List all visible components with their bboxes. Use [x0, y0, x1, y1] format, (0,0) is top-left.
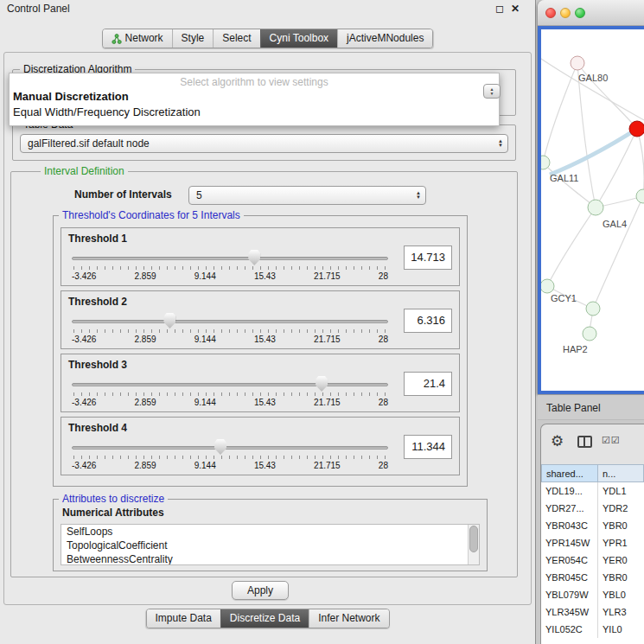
network-node[interactable] [583, 327, 596, 341]
slider-tickmarks [73, 266, 386, 270]
cell[interactable]: YPR1 [598, 534, 644, 552]
selected-node[interactable] [629, 121, 644, 137]
network-node[interactable] [571, 56, 584, 70]
threshold-3-slider[interactable]: -3.426 2.859 9.144 15.43 21.715 28 [72, 375, 388, 410]
slider-handle[interactable] [163, 313, 175, 328]
select-columns-icon[interactable]: ☑☑ [602, 435, 621, 446]
network-node[interactable] [541, 156, 550, 169]
table-row[interactable]: YDR27...YDR2 [541, 500, 644, 517]
network-node[interactable] [586, 302, 600, 316]
cell[interactable]: YDR27... [541, 500, 598, 517]
gear-icon[interactable]: ⚙ [551, 432, 564, 450]
network-node[interactable] [541, 279, 554, 293]
cell[interactable]: YBL0 [598, 586, 644, 603]
tab-network[interactable]: Network [103, 29, 172, 48]
combo-stepper-icon: ▲ ▼ [416, 187, 421, 204]
slider-handle[interactable] [214, 439, 226, 455]
cell[interactable]: YIL052C [541, 621, 598, 638]
column-header-shared-name[interactable]: shared... [541, 464, 598, 482]
cell[interactable]: YLR3 [598, 603, 644, 621]
zoom-button[interactable] [575, 8, 585, 18]
cell[interactable]: YBR0 [598, 569, 644, 586]
network-node[interactable] [588, 200, 603, 215]
columns-icon[interactable] [577, 436, 592, 448]
node-label: GCY1 [551, 293, 577, 303]
table-row[interactable]: YBR045CYBR0 [541, 569, 644, 586]
combo-stepper-icon: ▲ ▼ [498, 135, 503, 152]
tab-discretize-data[interactable]: Discretize Data [220, 609, 309, 628]
window-title: Control Panel [7, 3, 70, 15]
float-icon[interactable]: ◻ [495, 3, 504, 15]
table-panel-window: ⚙ ☑☑ shared... n... YDL19...YDL1 YDR27..… [540, 424, 644, 644]
table-row[interactable]: YBL079WYBL0 [541, 586, 644, 603]
menu-item-equal-width-frequency[interactable]: Equal Width/Frequency Discretization [10, 105, 499, 120]
cell[interactable]: YBL079W [541, 586, 598, 603]
tick-label: 21.715 [314, 271, 341, 281]
node-label: GAL80 [578, 73, 608, 83]
table-body: YDL19...YDL1 YDR27...YDR2 YBR043CYBR0 YP… [541, 482, 644, 644]
table-data-combo[interactable]: galFiltered.sif default node ▲ ▼ [20, 134, 508, 153]
table-row[interactable]: YPR145WYPR1 [541, 534, 644, 552]
threshold-1-value-field[interactable]: 14.713 [404, 245, 452, 270]
close-icon[interactable]: ✕ [511, 3, 520, 15]
threshold-4-value-field[interactable]: 11.344 [404, 435, 452, 459]
network-node[interactable] [636, 189, 644, 203]
table-row[interactable]: YLR345WYLR3 [541, 603, 644, 621]
tick-label: 15.43 [254, 461, 276, 470]
menu-item-manual-discretization[interactable]: Manual Discretization [10, 89, 499, 105]
tick-label: 9.144 [194, 461, 216, 470]
column-header-name[interactable]: n... [598, 464, 644, 482]
cell[interactable]: YDR2 [598, 500, 644, 517]
threshold-2-value-field[interactable]: 6.316 [404, 309, 452, 333]
threshold-2-slider[interactable]: -3.426 2.859 9.144 15.43 21.715 28 [72, 312, 388, 347]
list-item[interactable]: SelfLoops [61, 525, 479, 539]
num-intervals-combo[interactable]: 5 ▲ ▼ [188, 186, 426, 205]
slider-track[interactable] [72, 257, 388, 260]
cell[interactable]: YPR145W [541, 534, 598, 552]
cell[interactable]: YDL1 [598, 482, 644, 500]
cell[interactable]: YBR0 [598, 517, 644, 534]
tab-cyni-toolbox[interactable]: Cyni Toolbox [260, 29, 337, 48]
tick-label: 28 [379, 398, 388, 407]
threshold-3-value-field[interactable]: 21.4 [404, 372, 452, 396]
table-row[interactable]: YER054CYER0 [541, 552, 644, 569]
interval-definition-group: Interval Definition Number of Intervals … [10, 171, 518, 577]
threshold-label: Threshold 1 [68, 233, 127, 245]
tab-select[interactable]: Select [213, 29, 259, 48]
cell[interactable]: YBR045C [541, 569, 598, 586]
cell[interactable]: YDL19... [541, 482, 598, 500]
close-button[interactable] [545, 8, 556, 18]
scrollbar[interactable] [468, 525, 479, 564]
cell[interactable]: YER054C [541, 552, 598, 569]
threshold-2-panel: Threshold 2 -3.426 2.859 9.144 15.43 21.… [61, 290, 460, 349]
table-row[interactable]: YIL052CYIL0 [541, 621, 644, 638]
scrollbar-thumb[interactable] [469, 526, 478, 552]
minimize-button[interactable] [560, 8, 571, 18]
cell[interactable]: YBR043C [541, 517, 598, 534]
slider-handle[interactable] [316, 376, 328, 392]
cell[interactable]: YLR345W [541, 603, 598, 621]
list-item[interactable]: BetweennessCentrality [61, 552, 479, 565]
tab-style[interactable]: Style [172, 29, 214, 48]
tab-jactivemnodules[interactable]: jActiveMNodules [337, 29, 432, 48]
combo-value: galFiltered.sif default node [28, 137, 150, 150]
cell[interactable]: YIL0 [598, 621, 644, 638]
algorithm-combo-stepper[interactable]: ▲ ▼ [483, 84, 501, 99]
slider-tick-labels: -3.426 2.859 9.144 15.43 21.715 28 [72, 271, 388, 281]
tab-infer-network[interactable]: Infer Network [309, 609, 388, 628]
apply-button[interactable]: Apply [232, 581, 289, 600]
network-canvas[interactable]: GAL80 GAL11 GAL4 GCY1 HAP2 [538, 26, 644, 394]
threshold-1-slider[interactable]: -3.426 2.859 9.144 15.43 21.715 28 [72, 249, 388, 284]
stepper-down-icon: ▼ [490, 92, 494, 96]
list-item[interactable]: TopologicalCoefficient [61, 539, 479, 552]
slider-handle[interactable] [248, 250, 260, 265]
threshold-4-slider[interactable]: -3.426 2.859 9.144 15.43 21.715 28 [72, 438, 388, 473]
slider-track[interactable] [72, 446, 388, 450]
tick-label: 28 [379, 271, 388, 281]
cell[interactable]: YER0 [598, 552, 644, 569]
tab-impute-data[interactable]: Impute Data [146, 609, 220, 628]
slider-track[interactable] [72, 383, 388, 386]
slider-track[interactable] [72, 320, 388, 323]
table-row[interactable]: YBR043CYBR0 [541, 517, 644, 534]
table-row[interactable]: YDL19...YDL1 [541, 482, 644, 500]
